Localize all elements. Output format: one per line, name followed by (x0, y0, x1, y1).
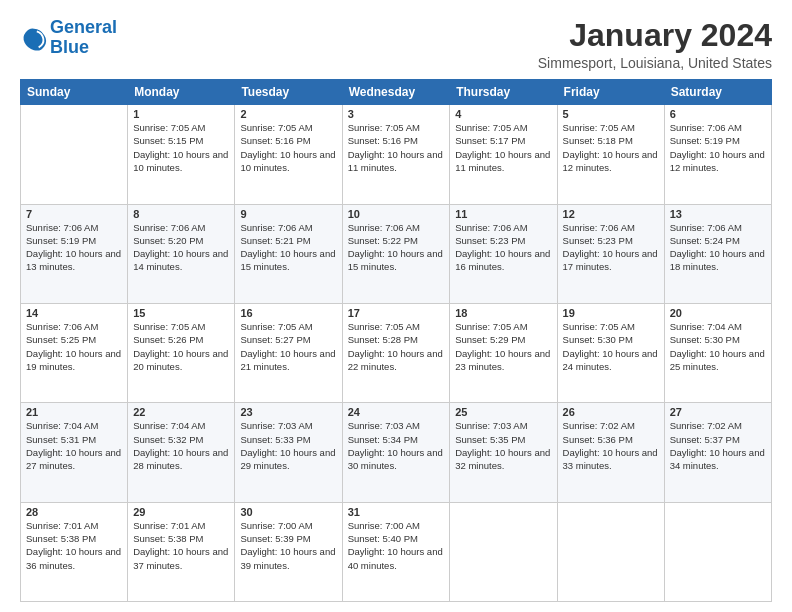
col-header-wednesday: Wednesday (342, 80, 450, 105)
calendar-cell: 1Sunrise: 7:05 AMSunset: 5:15 PMDaylight… (128, 105, 235, 204)
day-number: 12 (563, 208, 659, 220)
calendar-cell: 30Sunrise: 7:00 AMSunset: 5:39 PMDayligh… (235, 502, 342, 601)
day-info: Sunrise: 7:02 AMSunset: 5:36 PMDaylight:… (563, 419, 659, 472)
day-info: Sunrise: 7:04 AMSunset: 5:30 PMDaylight:… (670, 320, 766, 373)
calendar-cell: 31Sunrise: 7:00 AMSunset: 5:40 PMDayligh… (342, 502, 450, 601)
header: General Blue January 2024 Simmesport, Lo… (20, 18, 772, 71)
day-number: 21 (26, 406, 122, 418)
logo: General Blue (20, 18, 117, 58)
calendar-week-1: 1Sunrise: 7:05 AMSunset: 5:15 PMDaylight… (21, 105, 772, 204)
day-number: 22 (133, 406, 229, 418)
calendar-header-row: SundayMondayTuesdayWednesdayThursdayFrid… (21, 80, 772, 105)
location-title: Simmesport, Louisiana, United States (538, 55, 772, 71)
page: General Blue January 2024 Simmesport, Lo… (0, 0, 792, 612)
day-info: Sunrise: 7:06 AMSunset: 5:25 PMDaylight:… (26, 320, 122, 373)
col-header-sunday: Sunday (21, 80, 128, 105)
day-number: 26 (563, 406, 659, 418)
day-info: Sunrise: 7:05 AMSunset: 5:15 PMDaylight:… (133, 121, 229, 174)
day-info: Sunrise: 7:06 AMSunset: 5:23 PMDaylight:… (455, 221, 551, 274)
day-number: 31 (348, 506, 445, 518)
day-info: Sunrise: 7:04 AMSunset: 5:32 PMDaylight:… (133, 419, 229, 472)
logo-icon (20, 24, 48, 52)
day-info: Sunrise: 7:03 AMSunset: 5:35 PMDaylight:… (455, 419, 551, 472)
day-number: 5 (563, 108, 659, 120)
day-number: 11 (455, 208, 551, 220)
day-number: 14 (26, 307, 122, 319)
day-info: Sunrise: 7:00 AMSunset: 5:39 PMDaylight:… (240, 519, 336, 572)
day-number: 15 (133, 307, 229, 319)
calendar-week-3: 14Sunrise: 7:06 AMSunset: 5:25 PMDayligh… (21, 303, 772, 402)
col-header-saturday: Saturday (664, 80, 771, 105)
calendar-cell: 23Sunrise: 7:03 AMSunset: 5:33 PMDayligh… (235, 403, 342, 502)
day-info: Sunrise: 7:00 AMSunset: 5:40 PMDaylight:… (348, 519, 445, 572)
calendar-cell: 25Sunrise: 7:03 AMSunset: 5:35 PMDayligh… (450, 403, 557, 502)
calendar-cell: 13Sunrise: 7:06 AMSunset: 5:24 PMDayligh… (664, 204, 771, 303)
calendar-cell: 4Sunrise: 7:05 AMSunset: 5:17 PMDaylight… (450, 105, 557, 204)
day-number: 20 (670, 307, 766, 319)
day-info: Sunrise: 7:04 AMSunset: 5:31 PMDaylight:… (26, 419, 122, 472)
day-number: 30 (240, 506, 336, 518)
day-number: 3 (348, 108, 445, 120)
calendar-cell: 26Sunrise: 7:02 AMSunset: 5:36 PMDayligh… (557, 403, 664, 502)
day-info: Sunrise: 7:05 AMSunset: 5:28 PMDaylight:… (348, 320, 445, 373)
calendar-cell: 15Sunrise: 7:05 AMSunset: 5:26 PMDayligh… (128, 303, 235, 402)
calendar-cell: 18Sunrise: 7:05 AMSunset: 5:29 PMDayligh… (450, 303, 557, 402)
col-header-monday: Monday (128, 80, 235, 105)
calendar-cell: 20Sunrise: 7:04 AMSunset: 5:30 PMDayligh… (664, 303, 771, 402)
day-info: Sunrise: 7:03 AMSunset: 5:33 PMDaylight:… (240, 419, 336, 472)
calendar-cell: 14Sunrise: 7:06 AMSunset: 5:25 PMDayligh… (21, 303, 128, 402)
day-info: Sunrise: 7:05 AMSunset: 5:16 PMDaylight:… (240, 121, 336, 174)
day-number: 13 (670, 208, 766, 220)
day-info: Sunrise: 7:05 AMSunset: 5:30 PMDaylight:… (563, 320, 659, 373)
calendar-cell: 3Sunrise: 7:05 AMSunset: 5:16 PMDaylight… (342, 105, 450, 204)
day-number: 28 (26, 506, 122, 518)
day-number: 19 (563, 307, 659, 319)
calendar-cell: 27Sunrise: 7:02 AMSunset: 5:37 PMDayligh… (664, 403, 771, 502)
calendar-cell: 22Sunrise: 7:04 AMSunset: 5:32 PMDayligh… (128, 403, 235, 502)
calendar-cell: 24Sunrise: 7:03 AMSunset: 5:34 PMDayligh… (342, 403, 450, 502)
day-info: Sunrise: 7:06 AMSunset: 5:22 PMDaylight:… (348, 221, 445, 274)
day-number: 24 (348, 406, 445, 418)
calendar-week-4: 21Sunrise: 7:04 AMSunset: 5:31 PMDayligh… (21, 403, 772, 502)
calendar-cell (664, 502, 771, 601)
day-number: 27 (670, 406, 766, 418)
calendar-cell: 5Sunrise: 7:05 AMSunset: 5:18 PMDaylight… (557, 105, 664, 204)
col-header-friday: Friday (557, 80, 664, 105)
day-info: Sunrise: 7:06 AMSunset: 5:20 PMDaylight:… (133, 221, 229, 274)
day-number: 23 (240, 406, 336, 418)
logo-text: General Blue (50, 18, 117, 58)
day-number: 17 (348, 307, 445, 319)
calendar-week-5: 28Sunrise: 7:01 AMSunset: 5:38 PMDayligh… (21, 502, 772, 601)
calendar-cell: 19Sunrise: 7:05 AMSunset: 5:30 PMDayligh… (557, 303, 664, 402)
day-number: 1 (133, 108, 229, 120)
calendar-cell: 16Sunrise: 7:05 AMSunset: 5:27 PMDayligh… (235, 303, 342, 402)
day-info: Sunrise: 7:06 AMSunset: 5:24 PMDaylight:… (670, 221, 766, 274)
day-info: Sunrise: 7:03 AMSunset: 5:34 PMDaylight:… (348, 419, 445, 472)
day-info: Sunrise: 7:01 AMSunset: 5:38 PMDaylight:… (133, 519, 229, 572)
calendar-table: SundayMondayTuesdayWednesdayThursdayFrid… (20, 79, 772, 602)
calendar-cell: 29Sunrise: 7:01 AMSunset: 5:38 PMDayligh… (128, 502, 235, 601)
calendar-cell (450, 502, 557, 601)
day-number: 10 (348, 208, 445, 220)
day-info: Sunrise: 7:05 AMSunset: 5:27 PMDaylight:… (240, 320, 336, 373)
day-number: 7 (26, 208, 122, 220)
day-info: Sunrise: 7:06 AMSunset: 5:23 PMDaylight:… (563, 221, 659, 274)
col-header-tuesday: Tuesday (235, 80, 342, 105)
calendar-cell: 7Sunrise: 7:06 AMSunset: 5:19 PMDaylight… (21, 204, 128, 303)
calendar-cell: 12Sunrise: 7:06 AMSunset: 5:23 PMDayligh… (557, 204, 664, 303)
day-info: Sunrise: 7:01 AMSunset: 5:38 PMDaylight:… (26, 519, 122, 572)
day-info: Sunrise: 7:05 AMSunset: 5:17 PMDaylight:… (455, 121, 551, 174)
day-info: Sunrise: 7:05 AMSunset: 5:18 PMDaylight:… (563, 121, 659, 174)
calendar-cell: 10Sunrise: 7:06 AMSunset: 5:22 PMDayligh… (342, 204, 450, 303)
calendar-cell (557, 502, 664, 601)
day-number: 9 (240, 208, 336, 220)
day-info: Sunrise: 7:05 AMSunset: 5:29 PMDaylight:… (455, 320, 551, 373)
calendar-cell: 8Sunrise: 7:06 AMSunset: 5:20 PMDaylight… (128, 204, 235, 303)
calendar-cell (21, 105, 128, 204)
day-info: Sunrise: 7:05 AMSunset: 5:26 PMDaylight:… (133, 320, 229, 373)
day-info: Sunrise: 7:06 AMSunset: 5:19 PMDaylight:… (26, 221, 122, 274)
day-info: Sunrise: 7:06 AMSunset: 5:19 PMDaylight:… (670, 121, 766, 174)
day-number: 18 (455, 307, 551, 319)
day-number: 4 (455, 108, 551, 120)
calendar-cell: 6Sunrise: 7:06 AMSunset: 5:19 PMDaylight… (664, 105, 771, 204)
